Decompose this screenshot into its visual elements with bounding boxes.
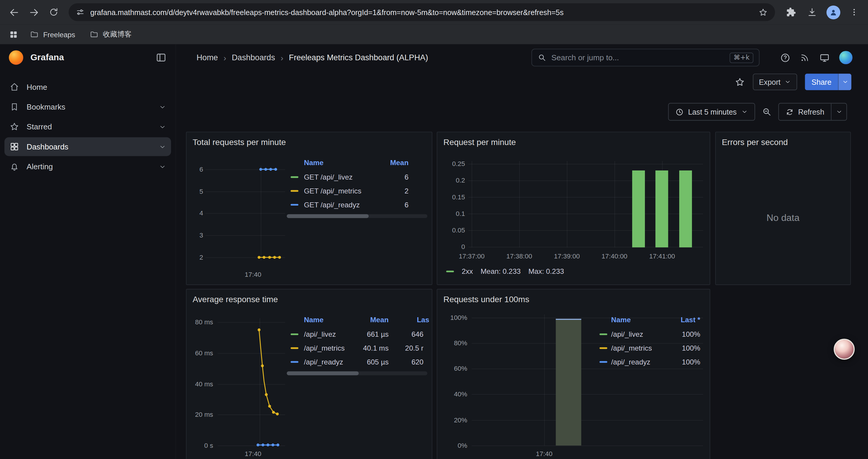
y-tick-label: 0 s (189, 441, 213, 449)
main-content: Home › Dashboards › Freeleaps Metrics Da… (176, 44, 868, 459)
gridline (471, 420, 703, 421)
scrollbar-thumb[interactable] (287, 214, 369, 218)
favorite-star-icon[interactable] (735, 77, 745, 88)
legend-series-last: 646 (390, 330, 423, 338)
toolbar-right-icons (782, 3, 864, 22)
sidebar-item-dashboards[interactable]: Dashboards (4, 137, 171, 156)
site-settings-icon[interactable] (76, 8, 85, 17)
legend-header-mean[interactable]: Mean (355, 316, 389, 324)
legend-series-name[interactable]: /api/_readyz (304, 358, 343, 366)
bookmark-blog[interactable]: 收藏博客 (84, 27, 137, 42)
back-button[interactable] (4, 3, 23, 22)
apps-grid-icon[interactable] (6, 27, 21, 42)
extensions-icon[interactable] (782, 3, 801, 22)
legend-scrollbar[interactable] (287, 214, 428, 218)
share-button[interactable]: Share (805, 73, 851, 90)
refresh-button[interactable]: Refresh (779, 103, 831, 120)
search-input[interactable] (551, 53, 724, 62)
monitor-icon[interactable] (819, 52, 830, 63)
y-tick-label: 3 (189, 231, 203, 239)
legend-series-name[interactable]: /api/_metrics (611, 344, 652, 352)
chevron-down-icon[interactable] (159, 143, 166, 150)
legend-header-name[interactable]: Name (304, 316, 323, 324)
search-bar[interactable]: ⌘+k (531, 49, 760, 66)
legend-header-name[interactable]: Name (611, 316, 631, 324)
bookmark-freeleaps[interactable]: Freeleaps (24, 27, 81, 42)
sidebar-item-alerting[interactable]: Alerting (4, 157, 171, 176)
browser-menu-icon[interactable] (845, 3, 864, 22)
home-icon (9, 82, 20, 92)
news-rss-icon[interactable] (800, 53, 810, 63)
bookmark-icon (9, 102, 20, 112)
profile-avatar[interactable] (824, 3, 843, 22)
x-tick-label: 17:37:00 (459, 252, 485, 260)
legend-header-mean[interactable]: Mean (375, 159, 408, 167)
panel-average-response-time: Average response time 80 ms 60 ms 40 ms … (186, 289, 433, 459)
time-range-picker[interactable]: Last 5 minutes (668, 103, 755, 121)
clock-icon (675, 107, 684, 116)
search-shortcut-badge: ⌘+k (730, 52, 754, 63)
breadcrumb-dashboards[interactable]: Dashboards (232, 53, 275, 62)
legend-scrollbar[interactable] (287, 371, 428, 375)
legend-series-name[interactable]: /api/_livez (304, 330, 336, 338)
bookmark-star-icon[interactable] (758, 7, 768, 17)
panel-errors-per-second: Errors per second No data (715, 132, 851, 285)
panel-title[interactable]: Total requests per minute (193, 137, 286, 147)
share-menu-caret[interactable] (838, 73, 851, 90)
chevron-down-icon[interactable] (159, 123, 166, 130)
legend-header-last[interactable]: Last * (667, 316, 700, 324)
panel-title[interactable]: Request per minute (443, 137, 516, 147)
folder-icon (90, 30, 98, 39)
chart-canvas[interactable] (217, 317, 285, 450)
legend-series-name[interactable]: GET /api/_readyz (304, 201, 360, 209)
panel-title[interactable]: Errors per second (722, 137, 788, 147)
url-text[interactable]: grafana.mathmast.com/d/deytv4rwavabkb/fr… (90, 8, 753, 16)
share-label[interactable]: Share (805, 73, 838, 90)
legend-series-value: 100% (667, 330, 700, 338)
zoom-out-icon[interactable] (762, 107, 772, 117)
y-tick-label: 100% (440, 314, 467, 321)
sidebar-item-starred[interactable]: Starred (4, 117, 171, 136)
y-tick-label: 0.25 (440, 160, 465, 168)
series-swatch (291, 190, 299, 192)
scrollbar-thumb[interactable] (287, 371, 359, 375)
sidebar-item-home[interactable]: Home (4, 77, 171, 96)
user-avatar[interactable] (839, 51, 852, 64)
brand-name: Grafana (30, 53, 148, 63)
bar-2xx (632, 170, 645, 247)
forward-button[interactable] (24, 3, 43, 22)
downloads-icon[interactable] (803, 3, 822, 22)
help-icon[interactable] (780, 52, 790, 63)
legend-series-name[interactable]: GET /api/_livez (304, 173, 353, 182)
legend-series-name[interactable]: 2xx (462, 267, 473, 275)
legend-series-name[interactable]: /api/_readyz (611, 358, 651, 366)
address-bar[interactable]: grafana.mathmast.com/d/deytv4rwavabkb/fr… (68, 3, 775, 21)
panel-total-requests: Total requests per minute 6 5 4 3 2 (186, 132, 433, 285)
grafana-logo[interactable] (9, 51, 23, 65)
legend-series-value: 6 (375, 201, 408, 209)
screen: grafana.mathmast.com/d/deytv4rwavabkb/fr… (0, 0, 868, 459)
export-button[interactable]: Export (753, 73, 797, 90)
legend-series-name[interactable]: /api/_livez (611, 330, 643, 338)
legend-series-value: 2 (375, 187, 408, 195)
chevron-down-icon (741, 108, 747, 115)
chevron-down-icon[interactable] (159, 103, 166, 110)
legend-header-last[interactable]: Las (417, 316, 429, 324)
chevron-down-icon[interactable] (159, 163, 166, 170)
chart-canvas[interactable] (205, 163, 285, 265)
refresh-label: Refresh (798, 107, 824, 116)
gridline (615, 161, 615, 247)
sidebar-item-bookmarks[interactable]: Bookmarks (4, 97, 171, 117)
assistant-avatar[interactable] (834, 339, 855, 360)
legend-series-name[interactable]: GET /api/_metrics (304, 187, 361, 195)
series-swatch (291, 333, 299, 335)
panel-title[interactable]: Requests under 100ms (443, 294, 529, 304)
legend-header-name[interactable]: Name (304, 159, 323, 167)
sidebar-toggle-icon[interactable] (156, 52, 167, 63)
legend-series-name[interactable]: /api/_metrics (304, 344, 345, 352)
panel-title[interactable]: Average response time (193, 294, 278, 304)
refresh-interval-caret[interactable] (831, 103, 846, 120)
breadcrumb-home[interactable]: Home (196, 53, 218, 62)
x-tick-label: 17:41:00 (649, 252, 675, 260)
reload-button[interactable] (44, 3, 63, 22)
